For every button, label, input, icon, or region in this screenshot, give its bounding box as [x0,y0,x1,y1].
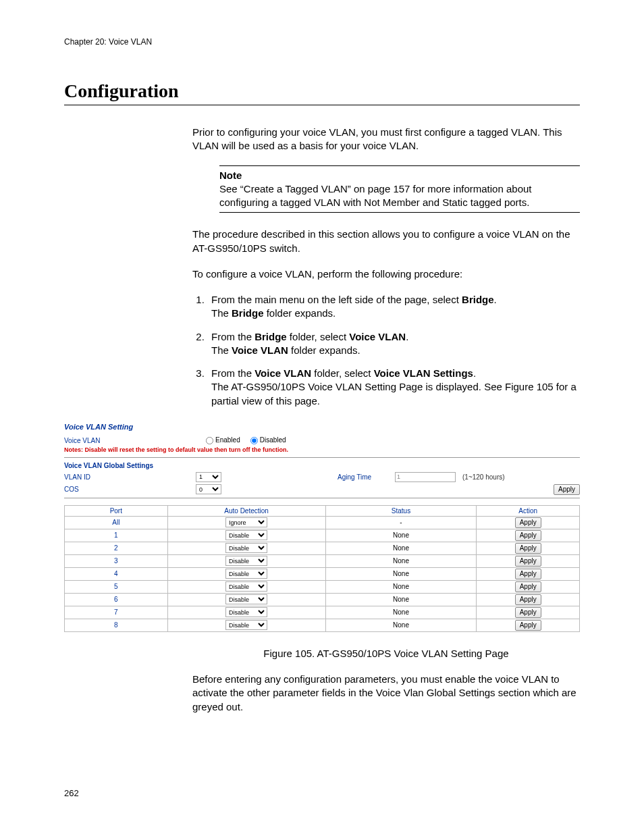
table-row: 5DisableNoneApply [65,580,580,593]
closing-paragraph: Before entering any configuration parame… [192,673,580,714]
text: Enabled [215,436,240,444]
auto-cell: Disable [167,554,325,567]
text: . [494,294,497,305]
disabled-radio-label[interactable]: Disabled [250,436,286,445]
aging-time-label: Aging Time [338,473,395,481]
table-row: 7DisableNoneApply [65,606,580,619]
auto-detection-select[interactable]: Disable [225,607,267,617]
note-block: Note See “Create a Tagged VLAN” on page … [219,165,580,213]
action-cell: Apply [477,542,580,554]
text: folder expands. [264,307,336,319]
action-cell: Apply [477,554,580,567]
port-cell: 6 [65,593,168,606]
note-text: See “Create a Tagged VLAN” on page 157 f… [219,182,580,210]
auto-cell: Disable [167,529,325,542]
header-status: Status [325,505,477,516]
cos-select[interactable]: 0 [196,484,221,494]
header-action: Action [477,505,580,516]
figure-divider-1 [64,457,580,458]
apply-row-button[interactable]: Apply [515,543,541,554]
page-number: 262 [64,788,580,798]
cos-label: COS [64,486,196,493]
status-cell: None [325,593,477,606]
intro-paragraph: Prior to configuring your voice VLAN, yo… [192,126,580,153]
text: folder, select [287,331,350,342]
apply-row-button[interactable]: Apply [515,607,541,618]
table-row: 8DisableNoneApply [65,619,580,631]
section-title: Configuration [64,80,580,102]
status-cell: None [325,542,477,554]
aging-range: (1~120 hours) [462,473,505,481]
auto-detection-select[interactable]: Ignore [225,517,267,527]
table-row: 6DisableNoneApply [65,593,580,606]
port-cell: 2 [65,542,168,554]
apply-row-button[interactable]: Apply [515,581,541,592]
enabled-radio[interactable] [206,437,213,444]
bold: Voice VLAN [254,367,311,379]
text: Disabled [260,436,286,444]
table-row: 3DisableNoneApply [65,554,580,567]
port-table: Port Auto Detection Status Action AllIgn… [64,505,580,632]
auto-detection-select[interactable]: Disable [225,530,267,540]
aging-time-input[interactable] [395,472,456,482]
apply-row-button[interactable]: Apply [515,530,541,541]
port-cell: All [65,516,168,529]
auto-detection-select[interactable]: Disable [225,594,267,604]
note-label: Note [219,169,580,182]
apply-row-button[interactable]: Apply [515,594,541,605]
status-cell: None [325,580,477,593]
figure-105: Voice VLAN Setting Voice VLAN Enabled Di… [64,423,580,632]
disabled-radio[interactable] [250,437,258,444]
text: The [211,307,232,319]
text: The [211,344,232,356]
bold: Voice VLAN [349,331,406,342]
auto-detection-select[interactable]: Disable [225,581,267,592]
chapter-header: Chapter 20: Voice VLAN [64,37,580,47]
text: From the main menu on the left side of t… [211,294,462,305]
auto-detection-select[interactable]: Disable [225,569,267,579]
figure-divider-2 [64,498,580,498]
note-bottom-rule [219,212,580,213]
action-cell: Apply [477,529,580,542]
auto-detection-select[interactable]: Disable [225,556,267,566]
text: From the [211,331,254,342]
step-1: From the main menu on the left side of t… [207,293,580,321]
text: . [406,331,408,342]
paragraph-2: The procedure described in this section … [192,228,580,255]
auto-detection-select[interactable]: Disable [225,620,267,630]
status-cell: None [325,619,477,631]
apply-row-button[interactable]: Apply [515,556,541,567]
table-row: AllIgnore-Apply [65,516,580,529]
status-cell: None [325,554,477,567]
text: . [473,367,476,379]
table-row: 1DisableNoneApply [65,529,580,542]
bold: Bridge [462,294,494,305]
auto-cell: Ignore [167,516,325,529]
port-cell: 5 [65,580,168,593]
bold: Bridge [254,331,287,342]
auto-detection-select[interactable]: Disable [225,543,267,553]
apply-row-button[interactable]: Apply [515,517,541,528]
status-cell: None [325,529,477,542]
text: folder, select [311,367,374,379]
action-cell: Apply [477,580,580,593]
table-header-row: Port Auto Detection Status Action [65,505,580,516]
port-cell: 3 [65,554,168,567]
auto-cell: Disable [167,542,325,554]
enabled-radio-label[interactable]: Enabled [205,436,240,445]
action-cell: Apply [477,593,580,606]
note-top-rule [219,165,580,166]
apply-row-button[interactable]: Apply [515,569,541,579]
status-cell: None [325,567,477,580]
figure-caption: Figure 105. AT-GS950/10PS Voice VLAN Set… [192,647,580,660]
apply-global-button[interactable]: Apply [554,484,580,495]
text: folder expands. [288,344,360,356]
step-3: From the Voice VLAN folder, select Voice… [207,367,580,408]
port-cell: 7 [65,606,168,619]
apply-row-button[interactable]: Apply [515,620,541,631]
port-cell: 1 [65,529,168,542]
procedure-steps: From the main menu on the left side of t… [192,293,580,408]
figure-warning: Notes: Disable will reset the setting to… [64,446,580,453]
header-port: Port [65,505,168,516]
vlan-id-select[interactable]: 1 [196,472,221,482]
